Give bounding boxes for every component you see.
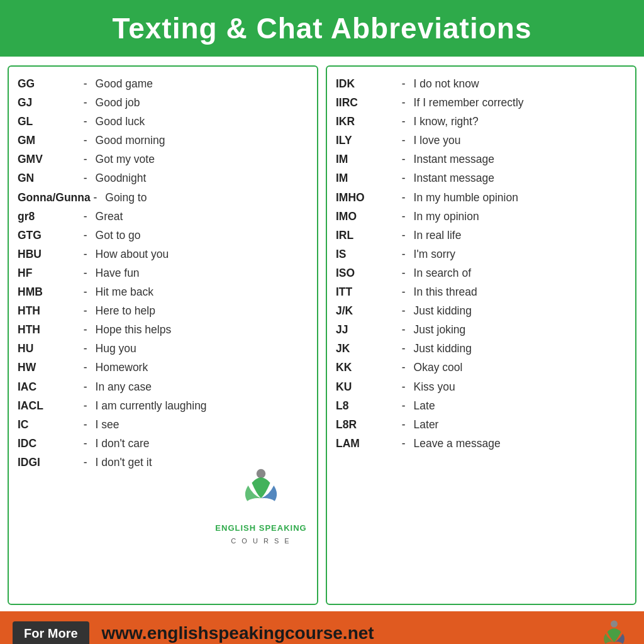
abbr-dash: -	[399, 320, 409, 339]
abbr-key: IKR	[336, 112, 399, 131]
abbr-val: Hit me back	[96, 282, 153, 301]
abbr-val: Kiss you	[414, 377, 455, 396]
abbr-val: Homework	[96, 358, 148, 377]
abbr-dash: -	[399, 131, 409, 150]
abbr-dash: -	[399, 188, 409, 207]
footer-url[interactable]: www.englishspeakingcourse.net	[102, 623, 597, 643]
abbr-key: GJ	[18, 93, 80, 112]
left-column: GG - Good gameGJ - Good jobGL - Good luc…	[8, 65, 318, 605]
abbr-dash: -	[399, 93, 409, 112]
abbr-val: Have fun	[96, 264, 140, 282]
abbr-val: Good job	[96, 93, 140, 112]
abbr-key: GN	[18, 169, 80, 187]
abbr-key: HMB	[18, 282, 80, 301]
abbr-key: HW	[18, 358, 80, 377]
abbr-key: gr8	[18, 207, 80, 226]
abbr-dash: -	[80, 131, 91, 150]
abbr-dash: -	[80, 264, 91, 282]
abbr-val: Good game	[96, 74, 153, 93]
list-item: HF - Have fun	[18, 264, 308, 282]
abbr-dash: -	[80, 226, 91, 245]
list-item: GN - Goodnight	[18, 169, 308, 187]
abbr-val: In my opinion	[414, 207, 479, 226]
abbr-dash: -	[80, 377, 91, 396]
abbr-val: Good morning	[96, 131, 165, 150]
abbr-dash: -	[80, 282, 91, 301]
abbr-key: IM	[336, 150, 399, 169]
abbr-val: I am currently laughing	[96, 396, 207, 415]
list-item: IDK - I do not know	[336, 74, 626, 93]
list-item: GM - Good morning	[18, 131, 308, 150]
list-item: HW - Homework	[18, 358, 308, 377]
list-item: GMV - Got my vote	[18, 150, 308, 169]
abbr-val: I don't care	[96, 434, 150, 453]
list-item: IACL - I am currently laughing	[18, 396, 308, 415]
list-item: IC - I see	[18, 415, 308, 434]
list-item: JK - Just kidding	[336, 339, 626, 358]
abbr-dash: -	[80, 150, 91, 169]
abbr-dash: -	[80, 245, 91, 264]
abbr-dash: -	[80, 169, 91, 187]
abbr-key: GTG	[18, 226, 80, 245]
abbr-key: HU	[18, 339, 80, 358]
abbr-key: ISO	[336, 264, 399, 282]
abbr-key: IAC	[18, 377, 80, 396]
abbr-val: Hope this helps	[96, 320, 172, 339]
list-item: L8R - Later	[336, 415, 626, 434]
list-item: IMO - In my opinion	[336, 207, 626, 226]
abbr-key: IMO	[336, 207, 399, 226]
abbr-key: IDGI	[18, 453, 80, 472]
abbr-key: LAM	[336, 434, 399, 453]
abbr-dash: -	[91, 188, 101, 207]
abbr-val: Got to go	[96, 226, 141, 245]
abbr-key: IMHO	[336, 188, 399, 207]
logo-course-label: C O U R S E	[214, 535, 308, 547]
abbr-dash: -	[399, 282, 409, 301]
list-item: GL - Good luck	[18, 112, 308, 131]
abbr-dash: -	[80, 415, 91, 434]
list-item: L8 - Late	[336, 396, 626, 415]
list-item: IM - Instant message	[336, 150, 626, 169]
abbr-val: If I remember correctly	[414, 93, 524, 112]
abbr-dash: -	[399, 377, 409, 396]
abbr-val: In my humble opinion	[414, 188, 518, 207]
abbr-val: In search of	[414, 264, 471, 282]
abbr-dash: -	[80, 358, 91, 377]
abbr-dash: -	[399, 358, 409, 377]
abbr-key: J/K	[336, 301, 399, 320]
list-item: IS - I'm sorry	[336, 245, 626, 264]
list-item: IDC - I don't care	[18, 434, 308, 453]
abbr-dash: -	[80, 396, 91, 415]
abbr-key: GG	[18, 74, 80, 93]
abbr-key: IRL	[336, 226, 399, 245]
abbr-key: GM	[18, 131, 80, 150]
list-item: IIRC - If I remember correctly	[336, 93, 626, 112]
abbr-dash: -	[399, 150, 409, 169]
abbr-val: Just kidding	[414, 301, 472, 320]
abbr-key: IS	[336, 245, 399, 264]
abbr-val: How about you	[96, 245, 169, 264]
abbr-dash: -	[399, 112, 409, 131]
list-item: HMB - Hit me back	[18, 282, 308, 301]
abbr-val: In any case	[96, 377, 152, 396]
list-item: KK - Okay cool	[336, 358, 626, 377]
abbr-dash: -	[399, 415, 409, 434]
list-item: IAC - In any case	[18, 377, 308, 396]
abbr-key: GL	[18, 112, 80, 131]
abbr-val: Okay cool	[414, 358, 463, 377]
abbr-key: IDC	[18, 434, 80, 453]
list-item: GJ - Good job	[18, 93, 308, 112]
abbr-key: GMV	[18, 150, 80, 169]
abbr-key: IDK	[336, 74, 399, 93]
list-item: KU - Kiss you	[336, 377, 626, 396]
abbr-val: I love you	[414, 131, 461, 150]
abbr-val: Later	[414, 415, 439, 434]
list-item: J/K - Just kidding	[336, 301, 626, 320]
footer-logo-icon	[597, 616, 631, 645]
list-item: ITT - In this thread	[336, 282, 626, 301]
abbr-dash: -	[399, 396, 409, 415]
list-item: ILY - I love you	[336, 131, 626, 150]
list-item: ISO - In search of	[336, 264, 626, 282]
list-item: LAM - Leave a message	[336, 434, 626, 453]
abbr-dash: -	[399, 207, 409, 226]
